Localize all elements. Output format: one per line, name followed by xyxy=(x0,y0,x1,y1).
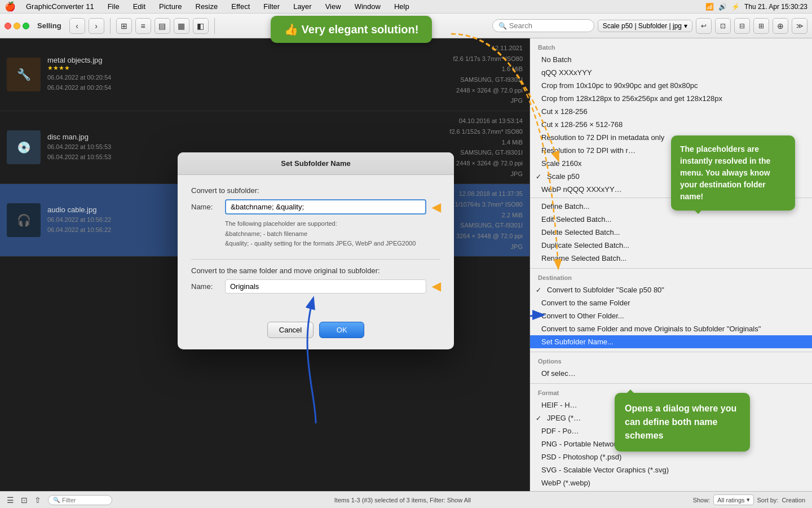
originals-pointer-arrow: ◀ xyxy=(432,279,440,293)
ok-button[interactable]: OK xyxy=(319,322,364,338)
menubar-filter[interactable]: Filter xyxy=(260,2,283,11)
input-pointer-arrow: ◀ xyxy=(432,200,440,214)
volume-icon: 🔊 xyxy=(718,3,727,11)
callout-top: 👍 Very elegant solution! xyxy=(271,16,432,43)
convert-same-label: Convert to the same folder and move orig… xyxy=(191,266,440,275)
placeholder-hint1: The following placeholder are supported: xyxy=(225,219,440,229)
name-row: Name: ◀ xyxy=(191,199,440,214)
originals-name-input[interactable] xyxy=(225,279,426,294)
menubar-file[interactable]: File xyxy=(104,2,123,11)
clock: Thu 21. Apr 15:30:23 xyxy=(744,3,807,11)
subfolder-name-dialog: Set Subfolder Name Convert to subfolder:… xyxy=(178,152,454,349)
menubar-window[interactable]: Window xyxy=(351,2,384,11)
menubar-view[interactable]: View xyxy=(322,2,345,11)
menubar-app[interactable]: GraphicConverter 11 xyxy=(23,2,98,11)
convert-subfolder-section: Convert to subfolder: Name: ◀ The follow… xyxy=(191,186,440,249)
placeholder-hint2: &batchname; - batch filename xyxy=(225,229,440,239)
wifi-icon: 📶 xyxy=(705,3,714,11)
dialog-body: Convert to subfolder: Name: ◀ The follow… xyxy=(178,175,454,315)
apple-menu[interactable]: 🍎 xyxy=(5,1,16,12)
menubar: 🍎 GraphicConverter 11 File Edit Picture … xyxy=(0,0,812,14)
menubar-resize[interactable]: Resize xyxy=(192,2,222,11)
convert-same-section: Convert to the same folder and move orig… xyxy=(191,266,440,294)
name-label: Name: xyxy=(191,203,219,211)
menubar-effect[interactable]: Effect xyxy=(228,2,253,11)
subfolder-name-input[interactable] xyxy=(225,199,426,214)
menubar-help[interactable]: Help xyxy=(391,2,413,11)
originals-label: Name: xyxy=(191,282,219,291)
dialog-divider xyxy=(191,259,440,260)
callout-bottom: Opens a dialog where you can define both… xyxy=(615,393,750,452)
originals-row: Name: ◀ xyxy=(191,279,440,294)
menubar-picture[interactable]: Picture xyxy=(156,2,185,11)
menubar-edit[interactable]: Edit xyxy=(130,2,149,11)
cancel-button[interactable]: Cancel xyxy=(267,322,314,338)
callout-right: The placeholders are instantly resolved … xyxy=(671,135,795,211)
menubar-layer[interactable]: Layer xyxy=(290,2,315,11)
menubar-right: 📶 🔊 ⚡ Thu 21. Apr 15:30:23 xyxy=(705,3,807,11)
battery-icon: ⚡ xyxy=(731,3,740,11)
dialog-buttons: Cancel OK xyxy=(178,315,454,349)
convert-subfolder-label: Convert to subfolder: xyxy=(191,186,440,195)
dialog-title: Set Subfolder Name xyxy=(178,152,454,175)
placeholder-hint3: &quality; - quality setting for the form… xyxy=(225,239,440,249)
